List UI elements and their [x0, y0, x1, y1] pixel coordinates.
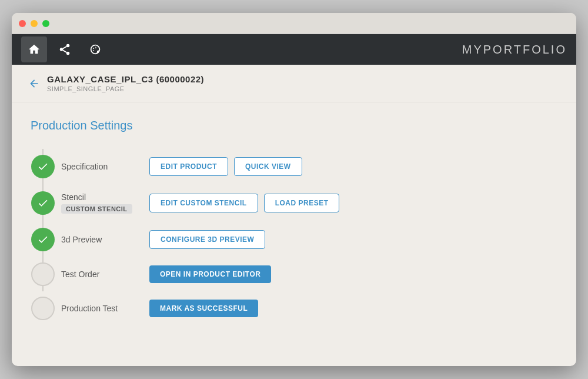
configure-3d-preview-button[interactable]: CONFIGURE 3D PREVIEW: [149, 230, 265, 249]
row-label-specification: Specification: [61, 162, 138, 171]
row-label-area-production-test: Production Test: [61, 304, 138, 313]
mark-as-successful-button[interactable]: MARK AS SUCCESSFUL: [149, 300, 258, 317]
row-label-area-stencil: StencilCUSTOM STENCIL: [61, 192, 138, 214]
row-actions-production-test: MARK AS SUCCESSFUL: [149, 300, 258, 317]
settings-row-production-test: Production TestMARK AS SUCCESSFUL: [42, 291, 557, 325]
palette-icon: [89, 43, 102, 56]
row-label-production-test: Production Test: [61, 304, 138, 313]
row-label-area-3d-preview: 3d Preview: [61, 235, 138, 244]
settings-row-3d-preview: 3d PreviewCONFIGURE 3D PREVIEW: [42, 222, 557, 257]
edit-product-button[interactable]: EDIT PRODUCT: [149, 157, 228, 176]
svg-point-0: [66, 44, 70, 48]
row-actions-test-order: OPEN IN PRODUCT EDITOR: [149, 265, 271, 283]
row-label-stencil: Stencil: [61, 192, 138, 202]
open-in-product-editor-button[interactable]: OPEN IN PRODUCT EDITOR: [149, 265, 271, 283]
settings-row-test-order: Test OrderOPEN IN PRODUCT EDITOR: [42, 257, 557, 291]
brand-label: MYPORTFOLIO: [462, 43, 567, 56]
load-preset-button[interactable]: LOAD PRESET: [264, 194, 340, 212]
check-icon: [37, 234, 49, 245]
svg-point-1: [60, 48, 64, 51]
breadcrumb-subtitle: SIMPLE_SINGLE_PAGE: [47, 85, 204, 92]
titlebar: [12, 13, 576, 34]
check-icon: [37, 161, 49, 172]
status-icon-specification: [31, 155, 55, 178]
row-label-3d-preview: 3d Preview: [61, 235, 138, 244]
navbar: MYPORTFOLIO: [12, 34, 576, 65]
svg-point-2: [66, 52, 70, 55]
settings-list: SpecificationEDIT PRODUCTQUICK VIEWStenc…: [31, 149, 557, 325]
edit-custom-stencil-button[interactable]: EDIT CUSTOM STENCIL: [149, 194, 258, 212]
status-icon-test-order: [31, 262, 55, 286]
main-content: Production Settings SpecificationEDIT PR…: [12, 102, 576, 366]
minimize-btn[interactable]: [31, 20, 38, 27]
navbar-icons: [21, 36, 108, 62]
status-icon-production-test: [31, 297, 55, 320]
row-actions-stencil: EDIT CUSTOM STENCILLOAD PRESET: [149, 194, 339, 212]
section-title: Production Settings: [31, 119, 557, 132]
row-label-area-test-order: Test Order: [61, 270, 138, 279]
back-arrow-icon: [28, 78, 40, 89]
close-btn[interactable]: [19, 20, 26, 27]
quick-view-button[interactable]: QUICK VIEW: [234, 157, 302, 176]
status-icon-stencil: [31, 191, 55, 215]
breadcrumb-info: GALAXY_CASE_IPL_C3 (60000022) SIMPLE_SIN…: [47, 74, 204, 92]
palette-icon-button[interactable]: [82, 36, 108, 62]
content-area: GALAXY_CASE_IPL_C3 (60000022) SIMPLE_SIN…: [12, 65, 576, 366]
svg-line-4: [63, 46, 66, 49]
status-icon-3d-preview: [31, 228, 55, 251]
share-icon-button[interactable]: [52, 36, 78, 62]
row-actions-specification: EDIT PRODUCTQUICK VIEW: [149, 157, 302, 176]
settings-row-stencil: StencilCUSTOM STENCILEDIT CUSTOM STENCIL…: [42, 184, 557, 222]
row-actions-3d-preview: CONFIGURE 3D PREVIEW: [149, 230, 265, 249]
breadcrumb-bar: GALAXY_CASE_IPL_C3 (60000022) SIMPLE_SIN…: [12, 65, 576, 102]
settings-row-specification: SpecificationEDIT PRODUCTQUICK VIEW: [42, 149, 557, 184]
maximize-btn[interactable]: [42, 20, 49, 27]
row-label-area-specification: Specification: [61, 162, 138, 171]
check-icon: [37, 197, 49, 209]
home-icon: [28, 43, 41, 56]
row-label-test-order: Test Order: [61, 270, 138, 279]
back-button[interactable]: [28, 78, 40, 89]
row-badge-stencil: CUSTOM STENCIL: [61, 204, 132, 214]
svg-line-3: [63, 50, 66, 52]
app-window: MYPORTFOLIO GALAXY_CASE_IPL_C3 (60000022…: [12, 13, 576, 366]
breadcrumb-title: GALAXY_CASE_IPL_C3 (60000022): [47, 74, 204, 84]
share-icon: [58, 43, 71, 56]
home-icon-button[interactable]: [21, 36, 47, 62]
